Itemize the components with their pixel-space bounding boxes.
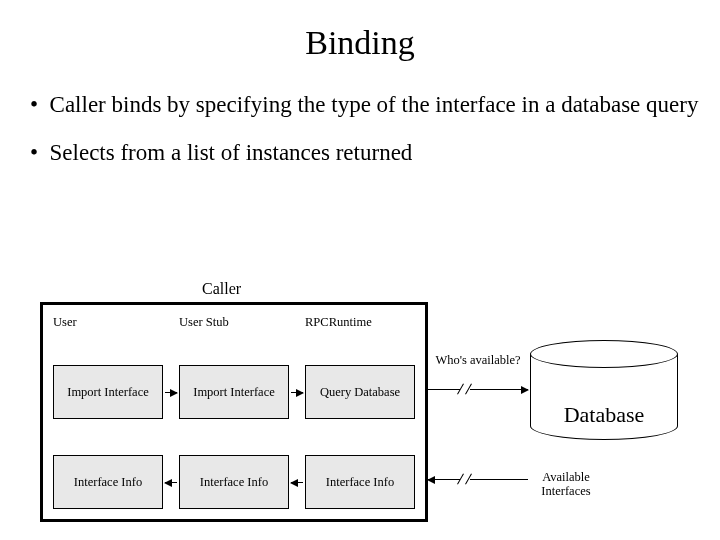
arrow-stub-to-runtime-r1 xyxy=(291,392,303,393)
column-user: User Import Interface Interface Info xyxy=(53,305,163,519)
header-user: User xyxy=(53,315,163,330)
response-line-left xyxy=(428,479,460,480)
database-label: Database xyxy=(530,402,678,428)
cell-stub-import: Import Interface xyxy=(179,365,289,419)
column-rpcruntime: RPCRuntime Query Database Interface Info xyxy=(305,305,415,519)
page-title: Binding xyxy=(0,24,720,62)
binding-diagram: Caller User Import Interface Interface I… xyxy=(40,280,680,520)
query-line-left xyxy=(428,389,460,390)
query-label: Who's available? xyxy=(428,353,528,367)
response-line-right xyxy=(470,479,528,480)
header-rpcruntime: RPCRuntime xyxy=(305,315,415,330)
cell-stub-info: Interface Info xyxy=(179,455,289,509)
cell-runtime-query: Query Database xyxy=(305,365,415,419)
query-line-right xyxy=(470,389,528,390)
bullet-2: • Selects from a list of instances retur… xyxy=(30,138,720,168)
caller-box: User Import Interface Interface Info Use… xyxy=(40,302,428,522)
arrow-user-to-stub-r1 xyxy=(165,392,177,393)
caller-label: Caller xyxy=(202,280,241,298)
cell-user-info: Interface Info xyxy=(53,455,163,509)
response-label: Available Interfaces xyxy=(530,470,602,499)
column-user-stub: User Stub Import Interface Interface Inf… xyxy=(179,305,289,519)
header-user-stub: User Stub xyxy=(179,315,289,330)
arrow-runtime-to-stub-r2 xyxy=(291,482,303,483)
cell-user-import: Import Interface xyxy=(53,365,163,419)
cell-runtime-info: Interface Info xyxy=(305,455,415,509)
arrow-stub-to-user-r2 xyxy=(165,482,177,483)
bullet-1: • Caller binds by specifying the type of… xyxy=(30,90,720,120)
bullet-list: • Caller binds by specifying the type of… xyxy=(30,90,720,168)
